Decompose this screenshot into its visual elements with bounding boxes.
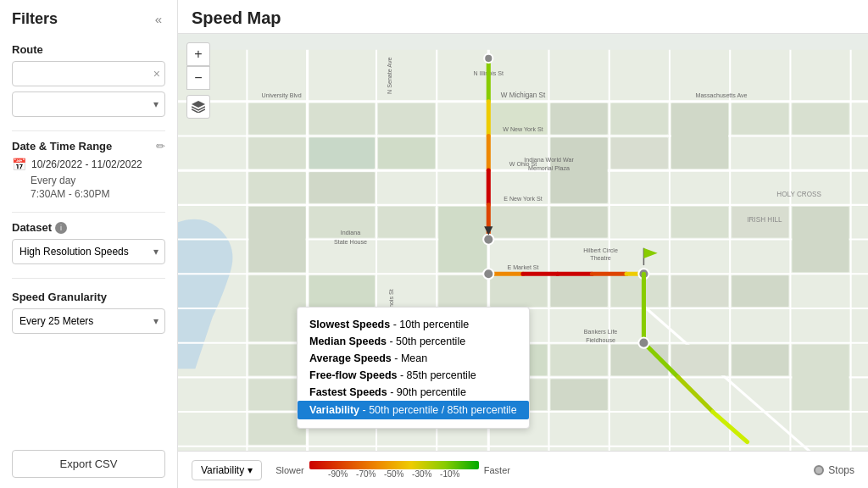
speed-gradient — [309, 461, 479, 469]
svg-text:W New York St: W New York St — [503, 126, 542, 133]
popup-row-3[interactable]: Free-flow Speeds - 85th percentile — [309, 367, 517, 384]
svg-text:Bankers Life: Bankers Life — [584, 329, 618, 336]
sidebar-title: Filters — [12, 10, 58, 28]
popup-row-desc-0: - 10th percentile — [390, 319, 469, 330]
map-title: Speed Map — [178, 0, 868, 34]
popup-row-desc-3: - 85th percentile — [398, 369, 476, 381]
svg-rect-33 — [551, 103, 608, 135]
legend-labels: -90% -70% -50% -30% -10% — [324, 469, 464, 479]
svg-text:Indiana: Indiana — [341, 230, 360, 236]
zoom-out-button[interactable]: − — [186, 66, 210, 90]
svg-rect-65 — [792, 345, 849, 410]
svg-text:Massachusetts Ave: Massachusetts Ave — [695, 92, 747, 99]
svg-point-98 — [483, 234, 493, 244]
svg-rect-43 — [438, 207, 487, 272]
svg-rect-61 — [551, 345, 608, 376]
svg-rect-44 — [490, 207, 547, 238]
route-input[interactable] — [12, 61, 165, 86]
faster-label: Faster — [484, 465, 510, 475]
svg-rect-64 — [732, 345, 788, 376]
popup-row-label-1: Median Speeds — [309, 336, 387, 347]
svg-rect-35 — [611, 103, 668, 135]
svg-rect-29 — [309, 172, 375, 203]
calendar-icon: 📅 — [12, 158, 26, 171]
map-container[interactable]: W Michigan St W New York St W Ohio St E … — [178, 34, 868, 488]
legend-bar: Slower -90% -70% -50% -30% -10% Faster — [275, 461, 510, 479]
variability-chevron: ▾ — [248, 464, 253, 476]
popup-row-label-2: Average Speeds — [309, 352, 392, 364]
sidebar: Filters « Route × Date & Time Range ✏ 📅 … — [0, 0, 178, 488]
svg-text:IRISH HILL: IRISH HILL — [747, 216, 782, 224]
popup-row-1[interactable]: Median Speeds - 50th percentile — [309, 333, 517, 350]
popup-row-desc-4: - 90th percentile — [387, 386, 466, 398]
dataset-info-icon[interactable]: i — [55, 222, 67, 234]
dataset-dropdown[interactable]: High Resolution Speeds — [12, 239, 165, 264]
popup-row-5[interactable]: Variability - 50th percentile / 85th per… — [298, 401, 529, 419]
layer-button[interactable] — [186, 95, 210, 119]
pct-label-4: -10% — [436, 469, 464, 479]
date-range-value: 10/26/2022 - 11/02/2022 — [31, 158, 142, 170]
slower-label: Slower — [275, 465, 304, 475]
route-dropdown[interactable] — [12, 92, 165, 117]
divider-2 — [12, 212, 165, 213]
collapse-button[interactable]: « — [152, 10, 165, 28]
dataset-label: Dataset — [12, 221, 52, 234]
svg-rect-53 — [551, 275, 608, 307]
popup-row-desc-1: - 50th percentile — [387, 336, 465, 347]
date-time-label: Date & Time Range — [12, 140, 112, 152]
svg-rect-37 — [671, 103, 728, 169]
svg-point-113 — [638, 338, 648, 348]
route-clear-button[interactable]: × — [153, 67, 160, 80]
svg-rect-56 — [732, 275, 788, 307]
popup-row-4[interactable]: Fastest Speeds - 90th percentile — [309, 384, 517, 401]
route-dropdown-wrapper — [12, 92, 165, 117]
route-section-label: Route — [12, 43, 165, 56]
pct-label-3: -30% — [408, 469, 436, 479]
variability-button[interactable]: Variability ▾ — [192, 460, 262, 480]
svg-text:Indiana World War: Indiana World War — [524, 157, 574, 164]
svg-rect-39 — [792, 103, 849, 135]
svg-rect-31 — [378, 137, 435, 169]
svg-rect-36 — [611, 137, 668, 169]
svg-rect-45 — [551, 207, 608, 238]
pct-label-0: -90% — [324, 469, 352, 479]
popup-row-desc-2: - Mean — [392, 352, 427, 364]
variability-label: Variability — [201, 464, 244, 476]
main-area: Speed Map — [178, 0, 868, 488]
pct-label-1: -70% — [352, 469, 380, 479]
zoom-in-button[interactable]: + — [186, 42, 210, 66]
popup-row-0[interactable]: Slowest Speeds - 10th percentile — [309, 316, 517, 333]
speed-popup: Slowest Speeds - 10th percentileMedian S… — [297, 307, 530, 429]
svg-rect-48 — [792, 207, 849, 272]
svg-rect-51 — [438, 275, 487, 307]
popup-row-2[interactable]: Average Speeds - Mean — [309, 350, 517, 367]
time-range-text: 7:30AM - 6:30PM — [31, 188, 165, 200]
svg-rect-71 — [551, 379, 608, 410]
layers-icon — [192, 101, 205, 113]
popup-row-desc-5: - 50th percentile / 85th percentile — [359, 404, 517, 416]
popup-row-label-5: Variability — [309, 404, 359, 416]
svg-rect-40 — [248, 207, 305, 272]
svg-rect-25 — [248, 137, 305, 169]
svg-rect-38 — [732, 103, 788, 135]
stops-dot — [814, 465, 824, 475]
route-input-row: × — [12, 61, 165, 86]
speed-granularity-label: Speed Granularity — [12, 291, 165, 303]
svg-point-112 — [483, 269, 493, 279]
svg-text:W Michigan St: W Michigan St — [501, 92, 546, 99]
svg-rect-26 — [248, 172, 305, 203]
edit-date-button[interactable]: ✏ — [156, 140, 165, 152]
speed-granularity-dropdown[interactable]: Every 25 Meters — [12, 308, 165, 334]
svg-rect-54 — [611, 275, 668, 307]
svg-rect-55 — [671, 275, 728, 307]
svg-rect-52 — [490, 275, 547, 307]
export-csv-button[interactable]: Export CSV — [12, 450, 165, 478]
svg-rect-42 — [378, 207, 435, 238]
map-controls: + − — [186, 42, 210, 119]
date-time-header: Date & Time Range ✏ — [12, 140, 165, 152]
svg-rect-27 — [309, 103, 375, 135]
stops-label: Stops — [828, 464, 854, 476]
dataset-dropdown-wrapper: High Resolution Speeds — [12, 239, 165, 264]
pct-label-2: -50% — [380, 469, 408, 479]
svg-text:HOLY CROSS: HOLY CROSS — [776, 191, 821, 198]
